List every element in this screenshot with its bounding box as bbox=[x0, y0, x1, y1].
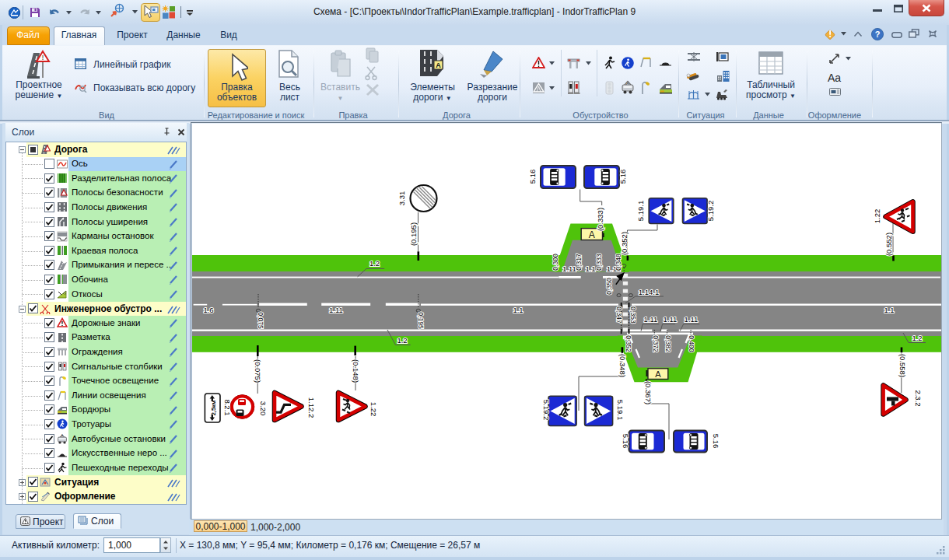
svg-text:A: A bbox=[436, 61, 441, 69]
svg-text:A: A bbox=[626, 81, 629, 86]
svg-text:?: ? bbox=[875, 30, 881, 39]
svg-text:!: ! bbox=[42, 54, 44, 61]
